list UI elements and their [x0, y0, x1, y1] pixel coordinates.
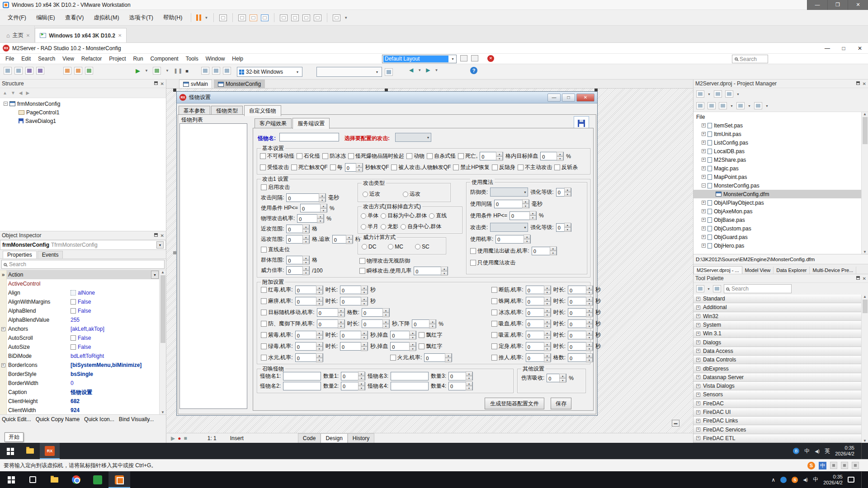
- spin-edit[interactable]: 0▲▼: [341, 382, 365, 390]
- checkbox-option[interactable]: 使用魔法出破击,机率:: [470, 247, 529, 255]
- monster-config-form[interactable]: RX 怪物设置 — □ ✕ 基本参数 怪物类型 自定义怪物 怪物列表: [176, 91, 598, 416]
- step-over-icon[interactable]: [201, 67, 209, 75]
- radio-icon[interactable]: [429, 213, 434, 219]
- property-value[interactable]: False: [69, 308, 166, 314]
- property-row[interactable]: +BorderIcons[biSystemMenu,biMinimize]: [0, 361, 166, 370]
- monster-listbox[interactable]: [179, 123, 247, 409]
- checkbox-icon[interactable]: [260, 153, 266, 159]
- run-without-debugging-icon[interactable]: [153, 67, 161, 75]
- show-desktop-button[interactable]: [861, 472, 863, 488]
- ide-menu-item[interactable]: Project: [105, 56, 129, 62]
- radio-icon[interactable]: [381, 213, 386, 219]
- checkbox-option[interactable]: 瞬移攻击,使用几率: [359, 267, 411, 275]
- expand-icon[interactable]: +: [696, 297, 700, 301]
- radio-icon[interactable]: [381, 224, 386, 230]
- vmware-menu-item[interactable]: 查看(V): [60, 14, 89, 22]
- spin-edit[interactable]: 0▲▼: [526, 308, 551, 317]
- add-folder-icon[interactable]: [714, 90, 722, 98]
- vmware-menu-item[interactable]: 选项卡(T): [124, 14, 158, 22]
- expand-icon[interactable]: +: [702, 132, 706, 136]
- sort-icon[interactable]: [708, 102, 716, 109]
- structure-node[interactable]: −frmMonsterConfig: [0, 99, 166, 108]
- sync-edit-icon[interactable]: [696, 102, 704, 109]
- project-file-node[interactable]: +ListConfig.pas: [693, 138, 868, 147]
- project-file-node[interactable]: +ObjAxeMon.pas: [693, 207, 868, 216]
- palette-category[interactable]: +FireDAC Services: [693, 425, 868, 434]
- expand-icon[interactable]: +: [1, 327, 5, 331]
- radio-icon[interactable]: [361, 224, 366, 230]
- spin-edit[interactable]: 0▲▼: [540, 152, 564, 160]
- checkbox-icon[interactable]: [491, 298, 497, 304]
- palette-category[interactable]: +FireDAC UI: [693, 408, 868, 417]
- step-out-icon[interactable]: [223, 67, 231, 75]
- spin-edit[interactable]: 0▲▼: [526, 319, 551, 328]
- spin-edit[interactable]: 0▲▼: [390, 342, 416, 351]
- security-icon[interactable]: [780, 477, 787, 483]
- radio-option[interactable]: 龙影: [381, 223, 398, 230]
- vmware-menu-item[interactable]: 编辑(E): [31, 14, 60, 22]
- spin-edit[interactable]: 0▲▼: [286, 256, 310, 264]
- restore-button[interactable]: ❐: [827, 0, 848, 10]
- show-desktop-button[interactable]: [861, 443, 863, 459]
- project-file-node[interactable]: +ItemSet.pas: [693, 121, 868, 130]
- run-nodebug-dropdown-icon[interactable]: ▼: [165, 69, 169, 73]
- property-row[interactable]: AutoScrollFalse: [0, 333, 166, 343]
- spin-edit[interactable]: 0▲▼: [526, 353, 551, 362]
- ime-indicator[interactable]: 中: [813, 476, 818, 483]
- help-icon[interactable]: ?: [470, 67, 477, 74]
- rad-studio-taskbar-icon[interactable]: RX: [40, 443, 60, 459]
- restore-button[interactable]: □: [562, 94, 575, 102]
- spin-edit[interactable]: 0▲▼: [295, 297, 323, 305]
- expand-icon[interactable]: +: [702, 166, 706, 170]
- tab-model-view[interactable]: Model View: [742, 267, 774, 274]
- checkbox-option[interactable]: 吸血,机率:: [491, 320, 524, 328]
- trace-into-icon[interactable]: [212, 67, 220, 75]
- navigate-back-icon[interactable]: ◀: [409, 67, 413, 73]
- refresh-icon[interactable]: [385, 68, 393, 76]
- tab-code[interactable]: Code: [298, 433, 321, 443]
- property-value[interactable]: False: [69, 344, 166, 350]
- generate-launcher-config-button[interactable]: 生成登陆器配置文件: [485, 398, 544, 409]
- spin-edit[interactable]: 0▲▼: [526, 331, 551, 339]
- checkbox-icon[interactable]: [419, 343, 425, 349]
- radio-option[interactable]: 单体: [361, 212, 378, 220]
- spin-edit[interactable]: 0▲▼: [568, 297, 593, 305]
- task-view-icon[interactable]: [22, 471, 43, 488]
- palette-category[interactable]: +Win 3.1: [693, 329, 868, 338]
- expand-icon[interactable]: +: [696, 314, 700, 318]
- checkbox-icon[interactable]: [359, 258, 365, 264]
- expand-icon[interactable]: +: [1, 363, 5, 367]
- checkbox-icon[interactable]: [419, 332, 425, 338]
- vmware-taskbar-icon[interactable]: [108, 471, 130, 488]
- close-button[interactable]: ✕: [848, 0, 868, 10]
- checkbox-icon[interactable]: [261, 321, 267, 327]
- close-icon[interactable]: ✕: [160, 233, 164, 238]
- checkbox-option[interactable]: 不主动攻击: [518, 164, 552, 171]
- file-explorer-icon[interactable]: [20, 443, 40, 459]
- spin-edit[interactable]: 0▲▼: [390, 331, 416, 339]
- checkbox-option[interactable]: 死亡,: [458, 152, 477, 160]
- expand-icon[interactable]: +: [696, 393, 700, 397]
- palette-category[interactable]: +dbExpress: [693, 364, 868, 373]
- spin-edit[interactable]: 0▲▼: [332, 235, 353, 244]
- toolbox-icon[interactable]: [852, 462, 859, 469]
- property-value[interactable]: False: [69, 335, 166, 341]
- checkbox-icon[interactable]: [390, 355, 396, 361]
- dropdown[interactable]: ▼: [490, 223, 528, 232]
- checkbox-option[interactable]: 受怪攻击: [260, 164, 289, 171]
- attack-select-combo[interactable]: ▼: [395, 133, 431, 142]
- expand-icon[interactable]: +: [696, 323, 700, 327]
- speaker-icon[interactable]: ◀): [815, 449, 820, 454]
- new-items-icon[interactable]: [4, 67, 12, 75]
- expand-icon[interactable]: +: [696, 349, 700, 353]
- ide-menu-item[interactable]: View: [59, 56, 78, 62]
- spin-edit[interactable]: 0▲▼: [509, 211, 537, 220]
- oi-footer-link[interactable]: Bind Visually...: [119, 416, 154, 422]
- dropdown[interactable]: ▼: [490, 188, 528, 197]
- property-row[interactable]: ActiveControl: [0, 279, 166, 288]
- spin-edit[interactable]: 0▲▼: [556, 223, 571, 232]
- checkbox-icon[interactable]: [261, 247, 267, 253]
- checkbox-option[interactable]: 红毒,机率:: [261, 286, 293, 294]
- close-button[interactable]: ✕: [852, 45, 868, 52]
- expand-icon[interactable]: +: [696, 410, 700, 414]
